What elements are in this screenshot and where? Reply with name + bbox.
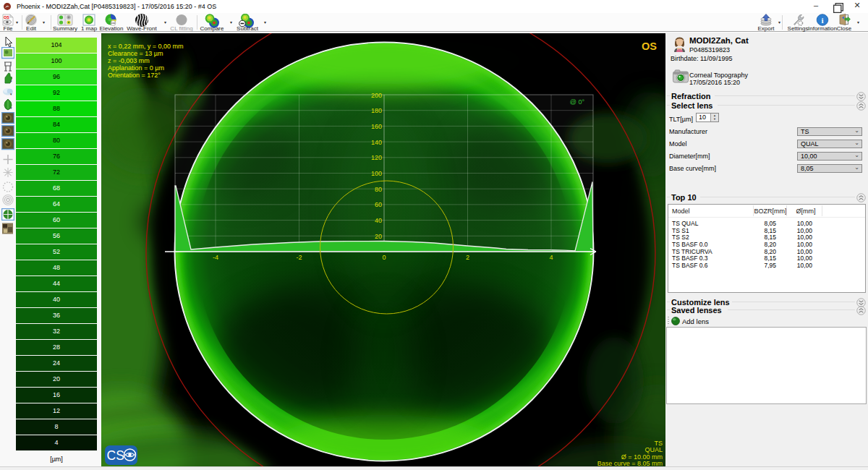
svg-text:2: 2 (466, 254, 469, 261)
svg-text:z = -0,003 mm: z = -0,003 mm (108, 57, 150, 64)
svg-text:Orientation = 172°: Orientation = 172° (108, 72, 161, 79)
svg-text:80: 80 (375, 186, 382, 193)
svg-text:x = 0,22 mm, y = 0,00 mm: x = 0,22 mm, y = 0,00 mm (108, 43, 184, 50)
svg-text:-4: -4 (213, 254, 218, 261)
svg-text:CS: CS (107, 448, 124, 463)
svg-text:@ 0°: @ 0° (570, 98, 585, 106)
svg-text:0: 0 (382, 254, 386, 261)
svg-text:OS: OS (4, 15, 9, 20)
svg-text:OS: OS (642, 40, 657, 52)
svg-text:140: 140 (371, 139, 382, 146)
svg-text:Applanation = 0 µm: Applanation = 0 µm (108, 64, 164, 72)
svg-text:180: 180 (371, 107, 382, 114)
svg-text:Clearance = 13 µm: Clearance = 13 µm (108, 50, 163, 57)
svg-text:TS: TS (654, 440, 663, 447)
svg-text:100: 100 (371, 170, 382, 177)
svg-text:4: 4 (549, 254, 553, 261)
svg-text:40: 40 (375, 217, 382, 224)
svg-text:Base curve = 8.05 mm: Base curve = 8.05 mm (597, 460, 663, 466)
svg-text:20: 20 (375, 233, 382, 240)
svg-text:Ø = 10.00 mm: Ø = 10.00 mm (621, 453, 663, 461)
svg-text:60: 60 (375, 201, 382, 208)
svg-text:120: 120 (371, 154, 382, 161)
svg-text:200: 200 (371, 92, 382, 99)
svg-text:i: i (821, 16, 823, 25)
svg-text:-2: -2 (296, 254, 302, 261)
svg-text:160: 160 (371, 123, 382, 130)
svg-text:QUAL: QUAL (644, 446, 663, 453)
